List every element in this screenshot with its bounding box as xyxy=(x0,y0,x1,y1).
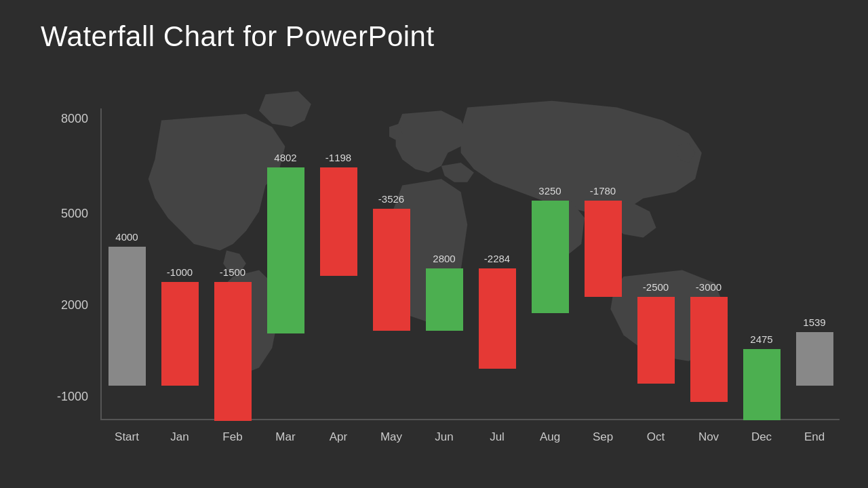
bar-jul xyxy=(479,268,516,369)
value-aug: 3250 xyxy=(538,185,561,197)
xlabel-dec: Dec xyxy=(751,430,772,443)
bar-feb xyxy=(214,282,252,421)
xlabel-apr: Apr xyxy=(330,430,348,443)
bar-dec xyxy=(743,349,781,420)
slide: Waterfall Chart for PowerPoint 8000 5000… xyxy=(0,0,868,488)
y-label-8000: 8000 xyxy=(61,112,88,126)
xlabel-oct: Oct xyxy=(647,430,665,443)
value-oct: -2500 xyxy=(643,281,669,293)
xlabel-sep: Sep xyxy=(593,430,613,443)
value-mar: 4802 xyxy=(274,152,296,163)
bar-may xyxy=(373,209,410,331)
bar-aug xyxy=(532,201,569,313)
xlabel-jan: Jan xyxy=(170,430,189,443)
value-jan: -1000 xyxy=(167,266,193,278)
value-end: 1539 xyxy=(803,317,825,328)
bar-start xyxy=(108,247,146,386)
xlabel-jul: Jul xyxy=(490,430,505,443)
chart-svg: 4000 Start -1000 Jan -1500 Feb 4802 Mar … xyxy=(102,108,841,420)
value-dec: 2475 xyxy=(750,333,772,345)
bar-nov xyxy=(690,297,728,402)
xlabel-may: May xyxy=(380,430,403,443)
bar-mar xyxy=(267,167,304,333)
chart-title: Waterfall Chart for PowerPoint xyxy=(41,20,435,53)
value-sep: -1780 xyxy=(590,185,616,197)
y-label-neg1000: -1000 xyxy=(57,390,88,404)
value-may: -3526 xyxy=(378,193,404,205)
chart-container: 8000 5000 2000 -1000 4000 Start -1000 xyxy=(41,95,854,454)
value-feb: -1500 xyxy=(220,266,245,278)
bar-oct xyxy=(637,297,675,384)
value-apr: -1198 xyxy=(326,152,351,163)
xlabel-jun: Jun xyxy=(435,430,453,443)
bar-end xyxy=(796,332,833,386)
y-axis: 8000 5000 2000 -1000 xyxy=(41,95,95,420)
bar-apr xyxy=(320,167,357,276)
bar-jan xyxy=(161,282,199,386)
value-jun: 2800 xyxy=(433,253,455,264)
value-start: 4000 xyxy=(115,231,138,243)
xlabel-nov: Nov xyxy=(698,430,719,443)
bar-jun xyxy=(426,268,463,331)
value-jul: -2284 xyxy=(484,253,510,264)
xlabel-aug: Aug xyxy=(540,430,560,443)
bar-sep xyxy=(585,201,622,297)
xlabel-start: Start xyxy=(115,430,139,443)
xlabel-feb: Feb xyxy=(222,430,242,443)
xlabel-mar: Mar xyxy=(275,430,296,443)
xlabel-end: End xyxy=(804,430,825,443)
y-label-5000: 5000 xyxy=(61,207,88,221)
y-label-2000: 2000 xyxy=(61,298,88,312)
value-nov: -3000 xyxy=(696,281,722,293)
